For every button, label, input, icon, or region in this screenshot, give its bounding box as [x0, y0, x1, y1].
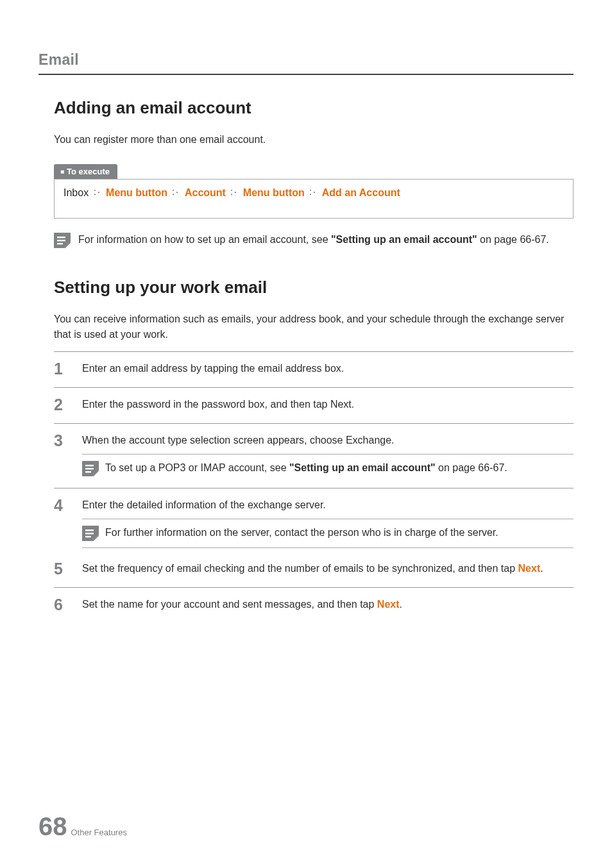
path-separator-icon	[230, 189, 239, 197]
step-1: 1 Enter an email address by tapping the …	[54, 351, 574, 387]
s5-next: Next	[518, 563, 541, 574]
s5-pre: Set the frequency of email checking and …	[82, 563, 518, 574]
step-4-note-text: For further information on the server, c…	[105, 524, 498, 541]
exec-part-add: Add an Account	[322, 187, 400, 198]
note-icon	[82, 526, 99, 541]
note-1-text: For information on how to set up an emai…	[78, 231, 549, 248]
step-1-text: Enter an email address by tapping the em…	[82, 361, 574, 377]
header-divider	[38, 74, 574, 75]
steps-list: 1 Enter an email address by tapping the …	[54, 351, 574, 623]
step-3: 3 When the account type selection screen…	[54, 423, 574, 488]
step-2-num: 2	[54, 397, 71, 413]
step-3-num: 3	[54, 433, 71, 449]
path-separator-icon	[171, 189, 180, 197]
section-header: Email	[38, 51, 574, 69]
step-3-note-text: To set up a POP3 or IMAP account, see "S…	[105, 460, 507, 476]
execute-path: Inbox Menu button Account Menu button Ad…	[54, 179, 574, 219]
step-4-note: For further information on the server, c…	[82, 519, 574, 548]
s3-note-bold: "Setting up an email account"	[289, 462, 436, 473]
note1-pre: For information on how to set up an emai…	[78, 234, 331, 245]
step-6-text: Set the name for your account and sent m…	[82, 597, 574, 613]
step-2-text: Enter the password in the password box, …	[82, 397, 574, 413]
exec-part-menu1: Menu button	[106, 187, 167, 198]
step-5: 5 Set the frequency of email checking an…	[54, 558, 574, 587]
step-3-note: To set up a POP3 or IMAP account, see "S…	[82, 454, 574, 478]
step-1-num: 1	[54, 361, 71, 377]
step-6: 6 Set the name for your account and sent…	[54, 587, 574, 623]
s6-next: Next	[377, 599, 400, 610]
note1-bold: "Setting up an email account"	[331, 234, 477, 245]
page-number: 68	[38, 812, 67, 841]
step-4-text: Enter the detailed information of the ex…	[82, 497, 574, 513]
step-4: 4 Enter the detailed information of the …	[54, 488, 574, 558]
path-separator-icon	[309, 189, 318, 197]
heading-work-email: Setting up your work email	[54, 278, 574, 297]
note-icon	[82, 461, 99, 476]
s3-note-pre: To set up a POP3 or IMAP account, see	[105, 462, 289, 473]
execute-block: To execute Inbox Menu button Account Men…	[54, 164, 574, 219]
page-label: Other Features	[71, 828, 127, 837]
step-5-text: Set the frequency of email checking and …	[82, 561, 574, 577]
step-5-num: 5	[54, 561, 71, 577]
page-footer: 68 Other Features	[38, 812, 127, 841]
note-icon	[54, 233, 71, 248]
exec-part-account: Account	[185, 187, 226, 198]
exec-part-menu2: Menu button	[243, 187, 305, 198]
intro-1: You can register more than one email acc…	[54, 132, 574, 147]
note1-post: on page 66-67.	[477, 234, 549, 245]
intro-2: You can receive information such as emai…	[54, 312, 574, 342]
execute-tab: To execute	[54, 164, 117, 179]
exec-part-inbox: Inbox	[64, 187, 89, 198]
s5-post: .	[540, 563, 543, 574]
s3-note-post: on page 66-67.	[436, 462, 507, 473]
step-6-num: 6	[54, 597, 71, 613]
step-2: 2 Enter the password in the password box…	[54, 387, 574, 423]
s6-post: .	[400, 599, 402, 610]
s6-pre: Set the name for your account and sent m…	[82, 599, 377, 610]
heading-adding-email: Adding an email account	[54, 98, 574, 118]
step-4-num: 4	[54, 497, 71, 513]
note-1: For information on how to set up an emai…	[54, 231, 574, 248]
step-3-text: When the account type selection screen a…	[82, 433, 574, 449]
path-separator-icon	[93, 189, 102, 197]
